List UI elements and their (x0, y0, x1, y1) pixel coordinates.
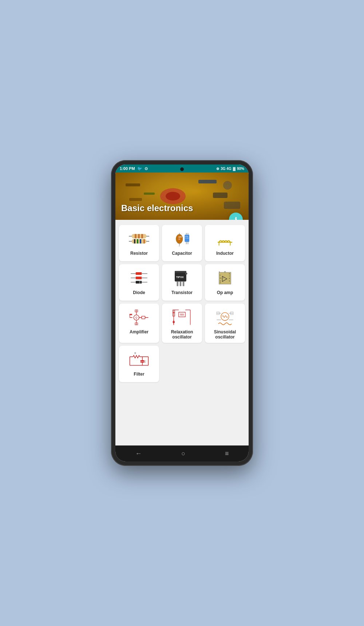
status-right: ⊚ 3G 4G ▓ 90% (216, 167, 244, 171)
menu-button[interactable]: ≡ (219, 447, 235, 460)
svg-rect-40 (136, 276, 142, 279)
diode-icon (128, 268, 150, 288)
hero-title: Basic electronics (121, 203, 193, 213)
svg-text:16V: 16V (178, 235, 182, 238)
sinusoidal-icon (214, 307, 236, 327)
camera-notch (180, 167, 184, 171)
svg-rect-6 (129, 198, 142, 201)
svg-point-7 (223, 181, 232, 190)
svg-text:555: 555 (180, 313, 184, 316)
relaxation-item[interactable]: 555 (162, 304, 202, 343)
svg-point-54 (224, 271, 226, 273)
amplifier-icon: Q (128, 307, 150, 327)
resistor-label: Resistor (130, 251, 148, 256)
svg-text:+: + (223, 277, 224, 279)
svg-text:C: C (145, 360, 146, 363)
navigation-bar: ← ○ ≡ (115, 445, 249, 461)
svg-rect-48 (175, 271, 186, 273)
twitter-icon: 🐦 (137, 166, 142, 171)
svg-rect-44 (139, 281, 141, 283)
phone-frame: 1:00 PM 🐦 ⊙ ⊚ 3G 4G ▓ 90% (111, 160, 253, 466)
svg-rect-18 (140, 239, 141, 243)
svg-rect-17 (137, 239, 138, 243)
filter-icon: R C (128, 349, 150, 369)
amplifier-item[interactable]: Q (119, 304, 159, 343)
svg-rect-43 (136, 281, 142, 283)
svg-text:220μ: 220μ (185, 235, 189, 237)
svg-rect-4 (198, 180, 217, 183)
svg-rect-2 (126, 183, 140, 186)
svg-text:2+: 2+ (219, 277, 222, 279)
hero-banner: Basic electronics ℹ (115, 173, 249, 220)
svg-rect-5 (213, 193, 228, 198)
inductor-icon (214, 229, 236, 249)
battery-icon: ▓ (233, 167, 236, 171)
transistor-icon: TIPXX (171, 268, 193, 288)
status-left: 1:00 PM 🐦 ⊙ (120, 166, 148, 171)
svg-rect-49 (177, 281, 178, 286)
back-button[interactable]: ← (129, 447, 147, 460)
components-grid: Resistor 16V 10 - + (119, 225, 245, 382)
svg-text:F 25V: F 25V (185, 238, 189, 239)
svg-point-1 (166, 192, 180, 201)
svg-text:TIPXX: TIPXX (176, 276, 184, 279)
inductor-label: Inductor (216, 251, 234, 256)
opamp-item[interactable]: 1 2+ 3 4 8 7 6 5 + Op am (205, 264, 245, 301)
capacitor-label: Capacitor (172, 251, 192, 256)
resistor-icon (128, 229, 150, 249)
svg-rect-51 (183, 281, 185, 286)
capacitor-item[interactable]: 16V 10 - + 220μ F 25V (162, 225, 202, 261)
grid-container: Resistor 16V 10 - + (115, 220, 249, 445)
sinusoidal-item[interactable]: Sinusoidal oscillator (205, 304, 245, 343)
opamp-icon: 1 2+ 3 4 8 7 6 5 + (214, 268, 236, 288)
opamp-label: Op amp (217, 290, 233, 295)
info-icon: ℹ (235, 216, 237, 220)
svg-rect-11 (135, 234, 136, 238)
filter-item[interactable]: R C (119, 346, 159, 382)
svg-rect-3 (144, 193, 155, 195)
svg-text:R: R (134, 352, 136, 354)
status-time: 1:00 PM (120, 166, 135, 171)
network-info: 3G 4G (221, 167, 231, 171)
svg-rect-8 (224, 202, 240, 209)
wifi-icon: ⊚ (216, 167, 219, 171)
svg-text:10: 10 (178, 238, 181, 240)
capacitor-icon: 16V 10 - + 220μ F 25V (171, 229, 193, 249)
svg-text:-  +: - + (178, 245, 180, 247)
transistor-label: Transistor (171, 290, 193, 295)
relaxation-label: Relaxation oscillator (164, 329, 200, 340)
svg-rect-50 (180, 281, 182, 286)
svg-point-52 (185, 273, 187, 274)
sinusoidal-label: Sinusoidal oscillator (207, 329, 243, 340)
battery-level: 90% (237, 167, 244, 171)
amplifier-label: Amplifier (130, 329, 149, 334)
svg-rect-37 (136, 272, 142, 275)
resistor-item[interactable]: Resistor (119, 225, 159, 261)
diode-item[interactable]: Diode (119, 264, 159, 301)
svg-rect-69 (142, 316, 145, 318)
svg-text:Q: Q (135, 316, 137, 319)
svg-rect-12 (138, 234, 140, 238)
relaxation-icon: 555 (171, 307, 193, 327)
svg-rect-19 (143, 239, 145, 243)
diode-label: Diode (133, 290, 145, 295)
camera-icon: ⊙ (145, 166, 148, 171)
svg-rect-16 (134, 239, 135, 243)
filter-label: Filter (134, 372, 144, 377)
inductor-item[interactable]: Inductor (205, 225, 245, 261)
svg-rect-13 (141, 234, 143, 238)
home-button[interactable]: ○ (175, 447, 191, 460)
phone-screen: 1:00 PM 🐦 ⊙ ⊚ 3G 4G ▓ 90% (115, 165, 249, 461)
transistor-item[interactable]: TIPXX Transistor (162, 264, 202, 301)
